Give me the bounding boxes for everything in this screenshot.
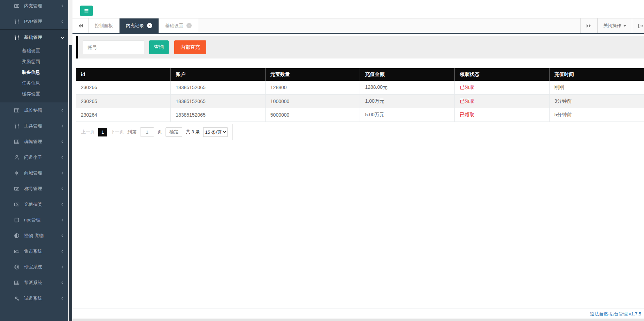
tab-close-icon[interactable]: × — [147, 23, 152, 28]
main-area: 控制面板内充记录×基础设置× 关闭操作 退出 查询 内部直充 — [72, 0, 644, 321]
close-operations-dropdown[interactable]: 关闭操作 — [597, 18, 632, 33]
sidebar-item-soul-mgmt[interactable]: 魂魄管理 — [0, 134, 68, 149]
sidebar-item-mall-mgmt[interactable]: 商城管理 — [0, 165, 68, 181]
sidebar-item-label: 试道系统 — [24, 295, 42, 302]
square-icon — [14, 217, 20, 223]
money-icon — [14, 186, 20, 191]
column-header-account: 账户 — [171, 68, 266, 81]
tab-label: 基础设置 — [165, 23, 183, 29]
cell-amount: 1.00万元 — [360, 94, 455, 108]
footer-divider — [72, 308, 644, 308]
money-icon — [14, 202, 20, 207]
sidebar-item-label: PVP管理 — [24, 18, 42, 25]
chevron-left-icon — [61, 171, 64, 175]
sidebar-item-label: 帮派系统 — [24, 280, 42, 286]
current-page-indicator[interactable]: 1 — [98, 128, 107, 136]
sidebar-item-label: 问道小子 — [24, 154, 42, 160]
cutlery-icon — [14, 35, 20, 40]
horizontal-scrollbar[interactable] — [72, 319, 644, 321]
sidebar-item-label: npc管理 — [24, 217, 40, 223]
sidebar-item-gang-system[interactable]: 帮派系统 — [0, 275, 68, 290]
sidebar-submenu: 基础设置奖励惩罚装备信息任务信息缓存设置 — [0, 45, 68, 99]
goto-confirm-button[interactable]: 确定 — [166, 127, 182, 137]
bed-icon — [14, 249, 20, 254]
logout-button[interactable]: 退出 — [632, 18, 644, 33]
chevron-left-icon — [61, 265, 64, 269]
hamburger-icon — [84, 8, 89, 14]
query-button[interactable]: 查询 — [149, 40, 169, 54]
column-header-status: 领取状态 — [455, 68, 550, 81]
tabs-scroll-right-button[interactable] — [580, 18, 597, 33]
chevron-left-icon — [61, 281, 64, 284]
page-size-select[interactable]: 15 条/页 — [203, 127, 228, 137]
sidebar-subitem-task-info[interactable]: 任务信息 — [0, 78, 68, 88]
sidebar-item-market-system[interactable]: 集市系统 — [0, 243, 68, 259]
sidebar-item-wendao-kid[interactable]: 问道小子 — [0, 149, 68, 165]
sidebar-item-tools-mgmt[interactable]: 工具管理 — [0, 118, 68, 134]
sidebar-subitem-cache-settings[interactable]: 缓存设置 — [0, 88, 68, 99]
table-icon — [14, 280, 20, 285]
sidebar-subitem-reward-punish[interactable]: 奖励惩罚 — [0, 56, 68, 67]
sidebar-item-npc-mgmt[interactable]: npc管理 — [0, 212, 68, 228]
tab-control-panel[interactable]: 控制面板 — [89, 18, 120, 33]
cell-account: 18385152065 — [171, 108, 266, 122]
sidebar-item-title-mgmt[interactable]: 称号管理 — [0, 181, 68, 196]
sidebar-item-monster-pet[interactable]: 怪物·宠物 — [0, 228, 68, 243]
double-right-arrow-icon — [586, 23, 592, 28]
chevron-left-icon — [61, 218, 64, 222]
tabs-container: 控制面板内充记录×基础设置× — [89, 18, 198, 33]
user-icon — [14, 155, 20, 160]
chevron-left-icon — [61, 203, 64, 206]
footer-version-link[interactable]: 道法自然-后台管理 v1.7.5 — [590, 311, 641, 317]
sidebar-item-shidao-system[interactable]: 试道系统 — [0, 290, 68, 306]
sidebar-item-recharge-lottery[interactable]: 充值抽奖 — [0, 196, 68, 212]
tabbar-right-controls: 关闭操作 退出 — [580, 18, 644, 33]
column-header-id: id — [76, 68, 171, 81]
sidebar-scrollbar-thumb[interactable] — [69, 45, 72, 321]
column-header-time: 充值时间 — [549, 68, 644, 81]
sidebar-item-growth-secrets[interactable]: 成长秘籍 — [0, 102, 68, 118]
top-toolbar — [72, 0, 644, 18]
chevron-left-icon — [61, 250, 64, 253]
table-row: 230266183851520651288001288.00元已领取刚刚 — [76, 81, 644, 94]
sidebar-item-treasure-system[interactable]: 珍宝系统 — [0, 259, 68, 275]
sidebar-item-label: 称号管理 — [24, 186, 42, 192]
account-search-input[interactable] — [83, 40, 144, 54]
menu-toggle-button[interactable] — [80, 6, 93, 16]
cell-account: 18385152065 — [171, 94, 266, 108]
cell-id: 230264 — [76, 108, 171, 122]
adjust-icon — [14, 233, 20, 238]
table-row: 2302641838515206550000005.00万元已领取5分钟前 — [76, 108, 644, 122]
gears-icon — [14, 296, 20, 301]
cell-account: 18385152065 — [171, 81, 266, 94]
sidebar-subitem-equipment-info[interactable]: 装备信息 — [0, 67, 68, 78]
sidebar-item-basic-mgmt[interactable]: 基础管理 — [0, 30, 68, 45]
cell-yuanbao: 1000000 — [265, 94, 360, 108]
internal-recharge-button[interactable]: 内部直充 — [174, 40, 206, 54]
chevron-left-icon — [61, 4, 64, 8]
cell-amount: 1288.00元 — [360, 81, 455, 94]
prev-page-button[interactable]: 上一页 — [81, 129, 95, 135]
tabs-scroll-left-button[interactable] — [72, 18, 89, 33]
cell-yuanbao: 5000000 — [265, 108, 360, 122]
goto-page-input[interactable] — [140, 127, 154, 136]
caret-down-icon — [623, 25, 626, 27]
sidebar: 内充管理PVP管理基础管理基础设置奖励惩罚装备信息任务信息缓存设置成长秘籍工具管… — [0, 0, 68, 321]
sidebar-item-label: 充值抽奖 — [24, 201, 42, 208]
double-left-arrow-icon — [78, 23, 83, 28]
sidebar-subitem-basic-settings[interactable]: 基础设置 — [0, 45, 68, 56]
cell-time: 刚刚 — [549, 81, 644, 94]
tab-recharge-record[interactable]: 内充记录× — [120, 18, 159, 33]
cell-status: 已领取 — [455, 81, 550, 94]
tab-close-icon[interactable]: × — [186, 23, 192, 28]
sidebar-item-label: 内充管理 — [24, 3, 42, 9]
tab-label: 内充记录 — [126, 23, 144, 29]
next-page-button[interactable]: 下一页 — [110, 129, 124, 135]
cell-id: 230265 — [76, 94, 171, 108]
tab-basic-settings[interactable]: 基础设置× — [159, 18, 198, 33]
table-header-row: id账户元宝数量充值金额领取状态充值时间 — [76, 68, 644, 81]
sidebar-scrollbar-track[interactable] — [68, 0, 72, 321]
sidebar-item-recharge-mgmt[interactable]: 内充管理 — [0, 0, 68, 14]
sidebar-item-pvp-mgmt[interactable]: PVP管理 — [0, 14, 68, 29]
table-icon — [14, 139, 20, 144]
